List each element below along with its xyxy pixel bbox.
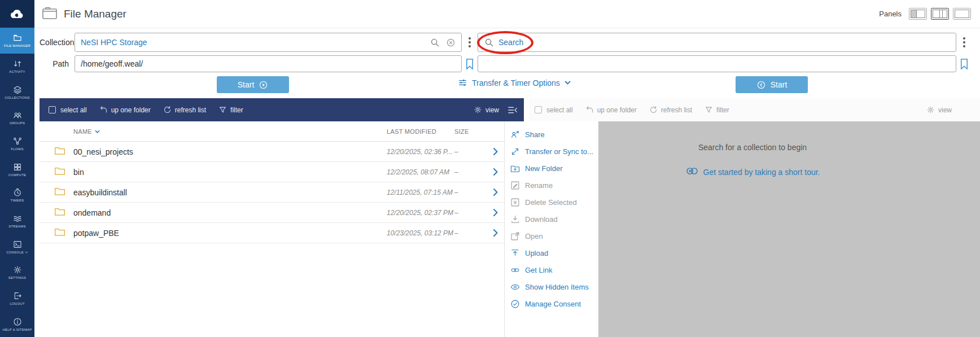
split-panel-icon (933, 10, 947, 18)
detail-pane: Search for a collection to begin Get sta… (598, 121, 980, 337)
collection-search-input[interactable] (478, 33, 956, 51)
transfer-buttons-row: Start Transfer & Timer Options Start (40, 76, 972, 95)
menu-item-manage-consent[interactable]: Manage Consent (510, 295, 598, 312)
right-up-one-folder-button[interactable]: up one folder (585, 106, 637, 114)
sidebar-item-activity[interactable]: ACTIVITY (0, 54, 34, 80)
show-hidden-icon (510, 282, 520, 292)
sidebar-item-streams[interactable]: STREAMS (0, 208, 34, 234)
menu-item-share[interactable]: Share (510, 126, 598, 143)
sidebar-item-groups[interactable]: GROUPS (0, 105, 34, 131)
menu-item-get-link[interactable]: Get Link (510, 261, 598, 278)
menu-item-label: Get Link (525, 266, 552, 274)
start-transfer-right-button[interactable]: Start (736, 76, 808, 93)
panel-layout-single-button[interactable] (909, 8, 927, 20)
sidebar-item-collections[interactable]: COLLECTIONS (0, 79, 34, 105)
chevron-right-icon[interactable] (487, 168, 504, 176)
search-kebab-menu[interactable] (957, 33, 971, 51)
table-row[interactable]: ondemand 12/20/2025, 02:37 PM – (40, 203, 504, 223)
chevron-right-icon[interactable] (487, 229, 504, 237)
file-size: – (454, 209, 487, 217)
sidebar-item-help-sitemap[interactable]: HELP & SITEMAP (0, 311, 34, 337)
panel-layout-full-button[interactable] (953, 8, 971, 20)
sidebar-item-compute[interactable]: COMPUTE (0, 156, 34, 182)
start-button-label: Start (238, 80, 255, 89)
table-row[interactable]: bin 12/2/2025, 08:07 AM – (40, 162, 504, 182)
download-icon (510, 215, 520, 224)
panes: NAME LAST MODIFIED SIZE 00_nesi_projects… (34, 121, 980, 337)
collapse-menu-icon[interactable] (507, 106, 518, 115)
panel-layout-split-button[interactable] (931, 8, 949, 20)
sidebar-item-settings[interactable]: SETTINGS (0, 260, 34, 286)
right-pane-toolbar: select all up one folder refresh list fi… (529, 98, 980, 121)
refresh-icon (649, 106, 658, 114)
file-name: potpaw_PBE (73, 229, 387, 238)
globus-logo[interactable] (0, 0, 34, 28)
logout-icon (13, 291, 22, 300)
new-folder-icon (510, 164, 520, 173)
bookmark-icon[interactable] (463, 58, 476, 70)
panels-control: Panels (879, 8, 971, 20)
app-root: FILE MANAGER ACTIVITY COLLECTIONS GROUPS… (0, 0, 980, 337)
table-row[interactable]: 00_nesi_projects 12/20/2025, 02:36 P... … (40, 142, 504, 162)
chevron-right-icon[interactable] (487, 189, 504, 196)
file-size: – (454, 229, 487, 237)
sidebar-item-label: LOGOUT (10, 302, 25, 305)
sort-by-name-header[interactable]: NAME (73, 128, 387, 135)
menu-item-download[interactable]: Download (510, 211, 598, 227)
groups-icon (13, 111, 22, 120)
tour-link[interactable]: Get started by taking a short tour. (703, 168, 820, 177)
table-row[interactable]: potpaw_PBE 10/23/2025, 03:12 PM – (40, 223, 504, 243)
right-select-all-checkbox[interactable] (535, 106, 542, 113)
chevron-right-icon[interactable] (487, 148, 504, 155)
help-icon (13, 317, 22, 326)
arrow-left-circle-icon (756, 80, 766, 90)
sidebar-item-console[interactable]: CONSOLE (0, 234, 34, 260)
get-link-icon (510, 265, 520, 275)
collection-kebab-menu[interactable] (463, 33, 476, 51)
table-row[interactable]: easybuildinstall 12/11/2025, 07:15 AM – (40, 182, 504, 203)
menu-item-delete-selected[interactable]: Delete Selected (510, 194, 598, 211)
transfer-options-label: Transfer & Timer Options (472, 78, 560, 87)
search-icon[interactable] (430, 38, 440, 47)
upload-icon (510, 248, 520, 258)
collection-input-wrap (75, 33, 462, 52)
sidebar-item-timers[interactable]: TIMERS (0, 182, 34, 208)
sidebar-item-flows[interactable]: FLOWS (0, 131, 34, 157)
menu-item-new-folder[interactable]: New Folder (510, 160, 598, 177)
select-all-checkbox[interactable] (49, 106, 56, 113)
collection-input[interactable] (75, 33, 461, 51)
right-view-button[interactable]: view (926, 106, 952, 114)
sidebar-item-label: TIMERS (11, 199, 24, 202)
chevron-right-icon[interactable] (487, 209, 504, 216)
transfer-timer-options[interactable]: Transfer & Timer Options (458, 78, 571, 87)
path-label: Path (40, 59, 75, 68)
sidebar-item-file-manager[interactable]: FILE MANAGER (0, 28, 34, 54)
menu-item-label: Transfer or Sync to... (525, 147, 593, 156)
filter-button[interactable]: filter (218, 106, 243, 114)
sidebar-item-logout[interactable]: LOGOUT (0, 286, 34, 312)
right-path-input[interactable] (478, 56, 956, 72)
path-input[interactable] (75, 56, 461, 72)
right-select-all-button[interactable]: select all (546, 106, 573, 114)
menu-item-rename[interactable]: Rename (510, 177, 598, 194)
clear-collection-icon[interactable] (446, 38, 456, 47)
file-name: 00_nesi_projects (73, 147, 387, 156)
up-one-folder-icon (585, 106, 594, 114)
refresh-list-button[interactable]: refresh list (163, 106, 206, 114)
menu-item-show-hidden-items[interactable]: Show Hidden Items (510, 278, 598, 295)
right-refresh-list-button[interactable]: refresh list (649, 106, 692, 114)
view-button[interactable]: view (474, 106, 499, 114)
menu-item-upload[interactable]: Upload (510, 244, 598, 261)
sidebar-item-label: HELP & SITEMAP (2, 328, 32, 331)
menu-item-open[interactable]: Open (510, 227, 598, 244)
menu-item-transfer-or-sync[interactable]: Transfer or Sync to... (510, 143, 598, 160)
start-transfer-left-button[interactable]: Start (217, 76, 289, 93)
sidebar-nav: FILE MANAGER ACTIVITY COLLECTIONS GROUPS… (0, 28, 34, 337)
up-one-folder-button[interactable]: up one folder (99, 106, 151, 114)
search-icon (484, 38, 494, 47)
right-filter-button[interactable]: filter (705, 106, 729, 114)
file-name: easybuildinstall (73, 188, 387, 197)
right-bookmark-icon[interactable] (957, 58, 971, 70)
select-all-button[interactable]: select all (60, 106, 87, 114)
streams-icon (13, 214, 22, 223)
